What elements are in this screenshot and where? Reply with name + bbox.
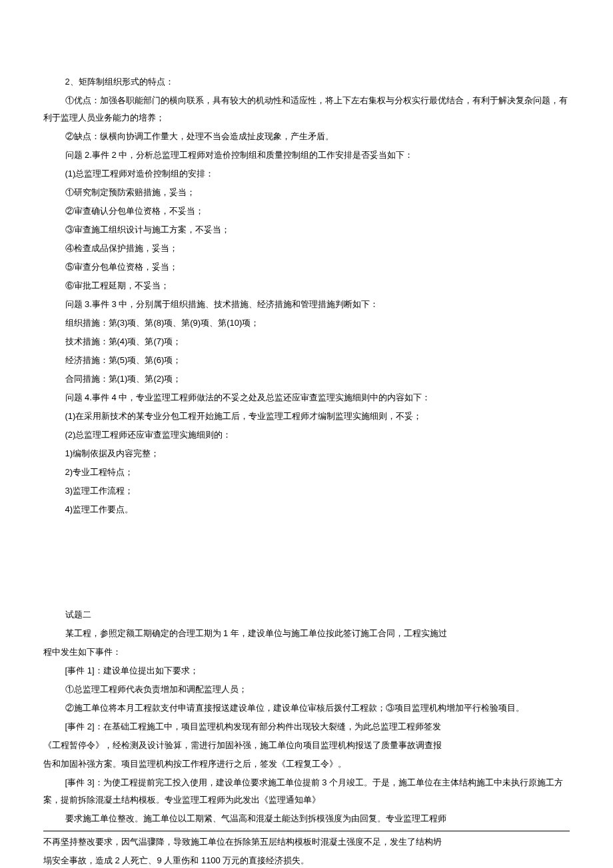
paragraph: ①总监理工程师代表负责增加和调配监理人员； [43, 681, 570, 698]
paragraph: ①研究制定预防索赔措施，妥当； [43, 184, 570, 201]
paragraph: 要求施工单位整改。施工单位以工期紧、气温高和混凝土能达到拆模强度为由回复。专业监… [43, 810, 570, 827]
paragraph: ①优点：加强各职能部门的横向联系，具有较大的机动性和适应性，将上下左右集权与分权… [43, 92, 570, 127]
section-spacer [43, 520, 570, 606]
paragraph: 合同措施：第(1)项、第(2)项； [43, 370, 570, 388]
paragraph: 问题 2.事件 2 中，分析总监理工程师对造价控制组和质量控制组的工作安排是否妥… [43, 147, 570, 164]
paragraph: (1)在采用新技术的某专业分包工程开始施工后，专业监理工程师才编制监理实施细则，… [43, 408, 570, 425]
paragraph: (1)总监理工程师对造价控制组的安排： [43, 165, 570, 183]
paragraph: 《工程暂停令》，经检测及设计验算，需进行加固补强，施工单位向项目监理机构报送了质… [43, 737, 570, 754]
paragraph: 塌安全事故，造成 2 人死亡、9 人重伤和 1100 万元的直接经济损失。 [43, 852, 570, 868]
paragraph: 2)专业工程特点； [43, 464, 570, 481]
paragraph: 程中发生如下事件： [43, 644, 570, 661]
document-body: 2、矩阵制组织形式的特点： ①优点：加强各职能部门的横向联系，具有较大的机动性和… [43, 73, 570, 868]
paragraph: 组织措施：第(3)项、第(8)项、第(9)项、第(10)项； [43, 314, 570, 332]
event-header: [事件 3]：为使工程提前完工投入使用，建设单位要求施工单位提前 3 个月竣工。… [43, 774, 570, 809]
paragraph: ⑥审批工程延期，不妥当； [43, 277, 570, 294]
event-header: [事件 2]：在基础工程施工中，项目监理机构发现有部分构件出现较大裂缝，为此总监… [43, 718, 570, 735]
paragraph: ③审查施工组织设计与施工方案，不妥当； [43, 221, 570, 238]
event-header: [事件 1]：建设单位提出如下要求； [43, 662, 570, 679]
paragraph: 不再坚持整改要求，因气温骤降，导致施工单位在拆除第五层结构模板时混凝土强度不足，… [43, 833, 570, 851]
paragraph: 问题 4.事件 4 中，专业监理工程师做法的不妥之处及总监还应审查监理实施细则中… [43, 389, 570, 406]
underlined-text: 要求施工单位整改。施工单位以工期紧、气温高和混凝土能达到拆模强度为由回复。专业监… [43, 810, 570, 831]
paragraph: 问题 3.事件 3 中，分别属于组织措施、技术措施、经济措施和管理措施判断如下： [43, 296, 570, 313]
paragraph: 4)监理工作要点。 [43, 501, 570, 518]
paragraph: 告和加固补强方案。项目监理机构按工作程序进行之后，签发《工程复工令》。 [43, 755, 570, 773]
paragraph: 2、矩阵制组织形式的特点： [43, 73, 570, 91]
paragraph: 某工程，参照定额工期确定的合理工期为 1 年，建设单位与施工单位按此签订施工合同… [43, 625, 570, 642]
paragraph: 经济措施：第(5)项、第(6)项； [43, 352, 570, 369]
paragraph: ②缺点：纵横向协调工作量大，处理不当会造成扯皮现象，产生矛盾。 [43, 128, 570, 145]
paragraph: ②施工单位将本月工程款支付申请直接报送建设单位，建设单位审核后拨付工程款；③项目… [43, 699, 570, 717]
paragraph: ④检查成品保护措施，妥当； [43, 240, 570, 257]
paragraph: 技术措施：第(4)项、第(7)项； [43, 333, 570, 350]
paragraph: ⑤审查分包单位资格，妥当； [43, 258, 570, 276]
paragraph: 3)监理工作流程； [43, 482, 570, 500]
paragraph: (2)总监理工程师还应审查监理实施细则的： [43, 426, 570, 444]
paragraph: 1)编制依据及内容完整； [43, 445, 570, 462]
section-title: 试题二 [43, 606, 570, 624]
paragraph: ②审查确认分包单位资格，不妥当； [43, 203, 570, 220]
